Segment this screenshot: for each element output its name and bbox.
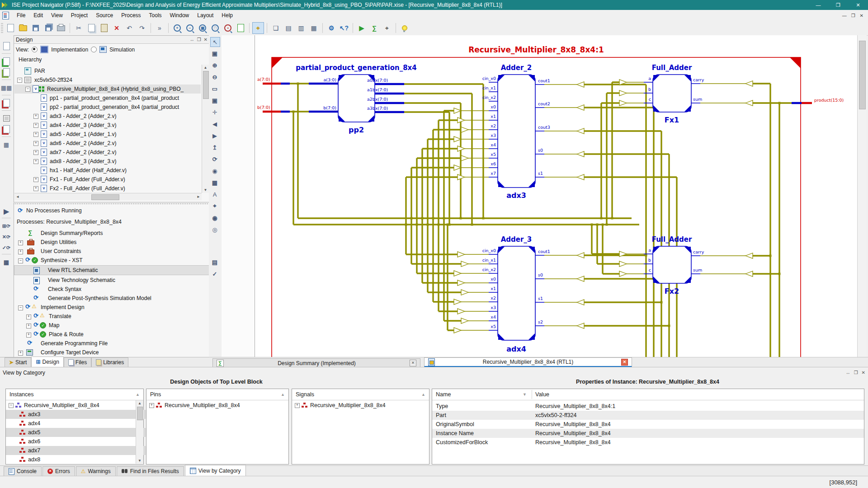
push-icon[interactable]: ◉ [210, 213, 219, 222]
collapse-icon[interactable]: − [9, 403, 14, 408]
grid-icon[interactable]: ▦ [210, 178, 219, 187]
instances-scrollbar[interactable]: ▲ ▼ [136, 400, 143, 464]
expand-icon[interactable]: + [18, 351, 23, 356]
new-window-icon[interactable] [2, 42, 11, 51]
tree-item-pp1[interactable]: vpp1 - partial_product_generation_8x4 (p… [14, 94, 201, 103]
run-icon[interactable]: ▶ [2, 207, 11, 216]
tab-design[interactable]: ⊞Design [31, 357, 63, 367]
tree-item-adx5[interactable]: + vadx5 - Adder_1 (Adder_1.v) [14, 130, 201, 139]
expand-icon[interactable]: + [33, 150, 38, 155]
context-help-button[interactable]: ↖? [338, 22, 350, 34]
process-add-icon[interactable]: ⊞⟳ [2, 221, 11, 230]
camera-icon[interactable]: ◉ [210, 166, 219, 175]
arrange-windows-button[interactable]: ▦ [308, 22, 320, 34]
process-translate[interactable]: + ⟳ ⚠ Translate [14, 312, 209, 321]
block-adx4[interactable]: Adder_3 adx4 cin_x0 cin_x1 cin_x2 x0 x1 … [482, 235, 550, 353]
zoom-out-button[interactable]: − [184, 22, 196, 34]
zoom-box-button[interactable]: □ [209, 22, 221, 34]
hierarchy-up-icon[interactable]: ↥ [210, 143, 219, 152]
next-view-icon[interactable]: ▶ [210, 131, 219, 140]
sort-icon[interactable]: ▲ [421, 392, 425, 397]
signals-root-row[interactable]: + Recursive_Multiplier_8x8_8x4 [292, 401, 423, 410]
expand-icon[interactable]: + [295, 403, 300, 408]
process-user-constraints[interactable]: + User Constraints [14, 247, 209, 256]
refresh-icon[interactable]: ⟳ [210, 155, 219, 164]
name-column-header[interactable]: Name [436, 391, 451, 398]
expand-icon[interactable]: + [33, 114, 38, 119]
property-row-instance-name[interactable]: Instance NameRecursive_Multiplier_8x8_8x… [432, 429, 864, 438]
process-view-technology-schematic[interactable]: View Technology Schematic [14, 276, 209, 285]
instance-row-adx7[interactable]: adx7 [6, 446, 149, 455]
chip-check-icon[interactable] [2, 114, 11, 123]
process-place-and-route[interactable]: + ⟳ ✓ Place & Route [14, 330, 209, 339]
mdi-close-button[interactable]: ✕ [860, 13, 863, 18]
process-check-icon[interactable]: ✓⟳ [2, 243, 11, 252]
hierarchy-hscrollbar[interactable]: ◄ ► [14, 193, 202, 200]
float-panel-icon[interactable]: ↔ [190, 37, 194, 42]
analyze-button[interactable]: ⌖ [381, 22, 393, 34]
hierarchy-vscrollbar[interactable]: ▲ ▼ [202, 65, 209, 193]
process-configure-target-device[interactable]: + Configure Target Device [14, 348, 209, 357]
zoom-full-icon[interactable]: ▭ [210, 84, 219, 93]
collapse-icon[interactable]: − [25, 87, 30, 92]
properties-icon[interactable]: ▤ [210, 258, 219, 267]
process-design-summary[interactable]: ∑Design Summary/Reports [14, 229, 209, 238]
close-panel-icon[interactable]: ✕ [204, 37, 208, 42]
float-panel-icon[interactable]: ↔ [846, 370, 850, 375]
zoom-in-button[interactable]: + [171, 22, 183, 34]
sort-icon[interactable]: ▲ [136, 392, 140, 397]
pins-header[interactable]: Pins [150, 391, 161, 398]
tab-view-by-category[interactable]: View by Category [185, 465, 246, 476]
zoom-out-icon[interactable]: ⊖ [210, 72, 219, 81]
refresh-view-button[interactable] [235, 22, 246, 34]
instances-header[interactable]: Instances [9, 391, 34, 398]
collapse-icon[interactable]: − [17, 78, 22, 83]
expand-icon[interactable]: + [26, 324, 31, 328]
menu-help[interactable]: Help [217, 11, 237, 20]
dock-panel-icon[interactable]: ❐ [197, 37, 201, 42]
tree-item-adx4[interactable]: + vadx4 - Adder_3 (Adder_3.v) [14, 121, 201, 130]
expand-icon[interactable]: + [18, 240, 23, 245]
expand-icon[interactable]: + [33, 186, 38, 191]
remove-source-icon[interactable] [2, 99, 11, 108]
dock-panel-icon[interactable]: ❐ [854, 370, 858, 375]
menu-source[interactable]: Source [92, 11, 117, 20]
expand-icon[interactable]: + [18, 249, 23, 254]
collapse-icon[interactable]: − [18, 305, 23, 310]
signals-header[interactable]: Signals [296, 391, 314, 398]
menu-edit[interactable]: Edit [29, 11, 47, 20]
highlight-tool-button[interactable]: ⌖ [252, 22, 264, 34]
run-process-button[interactable]: ▶ [356, 22, 368, 34]
tree-item-adx3[interactable]: + vadx3 - Adder_2 (Adder_2.v) [14, 112, 201, 121]
process-check-syntax[interactable]: ⟳ Check Syntax [14, 285, 209, 294]
expand-icon[interactable]: + [33, 177, 38, 182]
redo-button[interactable]: ↷ [136, 22, 148, 34]
expand-icon[interactable]: + [33, 123, 38, 128]
tab-rtl-schematic[interactable]: Recursive_Multiplier_8x8_8x4 (RTL1) ✕ [424, 357, 632, 367]
tree-item-fx2[interactable]: + vFx2 - Full_Adder (Full_Adder.v) [14, 184, 201, 193]
block-fx1[interactable]: Full_Adder Fx1 a b c carry sum [648, 64, 704, 124]
lightbulb-icon[interactable] [399, 22, 410, 34]
check-icon[interactable]: ✓ [210, 269, 219, 278]
zoom-box-icon[interactable]: ▣ [210, 49, 219, 58]
close-tab-icon[interactable]: ✕ [410, 360, 416, 366]
process-implement-design[interactable]: − ⟳ ⚠ Implement Design [14, 303, 209, 312]
tree-item-adx8[interactable]: + vadx8 - Adder_3 (Adder_3.v) [14, 157, 201, 166]
sort-icon[interactable]: ▲ [281, 392, 285, 397]
expand-icon[interactable]: + [26, 333, 31, 338]
close-button[interactable]: ✕ [848, 0, 868, 10]
undo-button[interactable]: ↶ [123, 22, 135, 34]
mdi-restore-button[interactable]: ❐ [851, 13, 855, 18]
process-generate-programming-file[interactable]: ⟳ Generate Programming File [14, 339, 209, 348]
print-button[interactable] [55, 22, 67, 34]
instance-row-adx5[interactable]: adx5 [6, 428, 149, 437]
new-file-button[interactable] [5, 22, 16, 34]
zoom-in-icon[interactable]: ⊕ [210, 61, 219, 70]
maximize-button[interactable]: ❐ [828, 0, 848, 10]
tab-errors[interactable]: ✕Errors [42, 466, 75, 476]
expand-icon[interactable]: + [149, 403, 154, 408]
zoom-selection-icon[interactable]: ▣ [210, 96, 219, 105]
tab-libraries[interactable]: Libraries [91, 357, 128, 367]
tab-design-summary[interactable]: ∑ Design Summary (Implemented) ✕ [212, 358, 420, 367]
expand-icon[interactable]: + [33, 141, 38, 146]
